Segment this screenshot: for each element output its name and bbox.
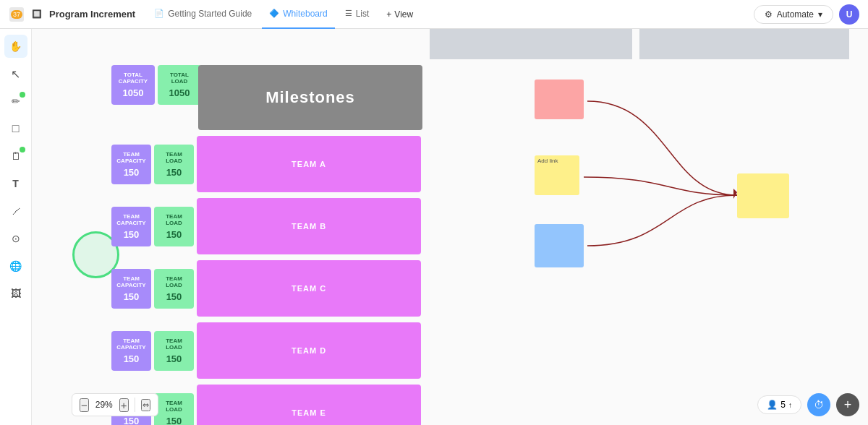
- team-d-load-value: 150: [166, 353, 182, 364]
- team-a-cap-label: TeamCapacity: [116, 151, 145, 164]
- sticky-blue[interactable]: [535, 224, 584, 267]
- team-a-cell: TEAM A: [197, 136, 421, 192]
- automate-button[interactable]: ⚙ Automate ▾: [754, 5, 833, 24]
- badge: 37: [11, 10, 22, 19]
- avatar[interactable]: U: [839, 4, 859, 25]
- team-e-load-label: Team Load: [157, 400, 191, 413]
- team-a-cap-value: 150: [124, 167, 140, 178]
- team-d-cap-label: TeamCapacity: [116, 338, 145, 351]
- zoom-bar: − 29% + ⇔: [72, 393, 158, 416]
- sticky-yellow-small[interactable]: Add link: [535, 155, 579, 195]
- rectangle-tool[interactable]: □: [4, 117, 27, 140]
- zoom-level: 29%: [93, 400, 115, 410]
- main-area: ✋ ↖ ✏ □ 🗒 T ⟋ ⊙ 🌐 🖼 TOTALCAPACITY 1050: [0, 29, 868, 425]
- note-dot: [20, 147, 25, 153]
- total-load-value: 1050: [169, 87, 190, 98]
- view-label: View: [394, 9, 413, 20]
- doc-icon: 📄: [154, 9, 164, 18]
- top-navigation: 37 🔲 Program Increment 📄 Getting Started…: [0, 0, 868, 29]
- team-d-row: TeamCapacity 150 Team Load 150 TEAM D: [111, 322, 421, 379]
- team-b-label: TEAM B: [292, 222, 326, 231]
- team-c-cell: TEAM C: [197, 260, 421, 317]
- team-b-row: TeamCapacity 150 Team Load 150 TEAM B: [111, 198, 421, 254]
- select-tool[interactable]: ↖: [4, 62, 27, 85]
- connect-tool[interactable]: ⊙: [4, 227, 27, 250]
- sticky-pink[interactable]: [535, 80, 584, 119]
- total-load-label: TOTALLOAD: [170, 72, 189, 85]
- text-tool[interactable]: T: [4, 172, 27, 195]
- team-a-load-label: Team Load: [157, 151, 191, 164]
- team-e-cap-value: 150: [124, 416, 140, 426]
- whiteboard-icon: 🔷: [269, 9, 279, 18]
- fit-button[interactable]: ⇔: [141, 399, 150, 411]
- nav-right: ⚙ Automate ▾ U: [754, 4, 859, 25]
- total-load-box: TOTALLOAD 1050: [158, 65, 201, 105]
- collab-up-icon: ↑: [788, 401, 792, 409]
- team-d-cell: TEAM D: [197, 322, 421, 379]
- tab-getting-started-label: Getting Started Guide: [168, 9, 252, 19]
- zoom-out-button[interactable]: −: [80, 398, 89, 412]
- gray-bar-left: [430, 29, 632, 59]
- team-a-label: TEAM A: [292, 160, 326, 168]
- hand-tool[interactable]: ✋: [4, 35, 27, 58]
- bottom-right-controls: 👤 5 ↑ ⏱ +: [757, 393, 859, 416]
- nav-left: 37 🔲 Program Increment: [9, 7, 135, 22]
- tab-bar: 📄 Getting Started Guide 🔷 Whiteboard ☰ L…: [147, 0, 741, 29]
- team-b-load-label: Team Load: [157, 213, 191, 226]
- total-capacity-row: TOTALCAPACITY 1050 TOTALLOAD 1050: [111, 65, 201, 105]
- image-tool[interactable]: 🖼: [4, 282, 27, 305]
- team-b-capacity-box: TeamCapacity 150: [111, 207, 151, 246]
- zoom-in-button[interactable]: +: [119, 398, 129, 412]
- gray-bar-right: [639, 29, 849, 59]
- team-c-capacity-box: TeamCapacity 150: [111, 269, 151, 309]
- note-tool[interactable]: 🗒: [4, 145, 27, 168]
- team-a-load-value: 150: [166, 167, 182, 178]
- total-capacity-box: TOTALCAPACITY 1050: [111, 65, 155, 105]
- team-b-cap-label: TeamCapacity: [116, 213, 145, 226]
- tab-whiteboard-label: Whiteboard: [283, 9, 327, 19]
- globe-tool[interactable]: 🌐: [4, 254, 27, 278]
- timer-button[interactable]: ⏱: [807, 393, 830, 416]
- tab-list[interactable]: ☰ List: [338, 0, 377, 29]
- team-c-cap-value: 150: [124, 291, 140, 302]
- chevron-down-icon: ▾: [818, 9, 822, 20]
- team-a-capacity-box: TeamCapacity 150: [111, 145, 151, 184]
- team-e-label: TEAM E: [292, 408, 326, 417]
- plus-icon: +: [386, 9, 391, 20]
- app-menu-button[interactable]: 37: [9, 7, 25, 22]
- canvas-area: TOTALCAPACITY 1050 TOTALLOAD 1050 Milest…: [32, 29, 868, 425]
- team-c-cap-label: TeamCapacity: [116, 275, 145, 288]
- team-b-load-value: 150: [166, 229, 182, 240]
- zoom-divider: [135, 398, 135, 412]
- automate-label: Automate: [777, 9, 814, 20]
- tab-getting-started[interactable]: 📄 Getting Started Guide: [147, 0, 259, 29]
- sticky-yellow-large[interactable]: [737, 173, 789, 218]
- team-d-cap-value: 150: [124, 353, 140, 364]
- page-title: Program Increment: [49, 9, 135, 20]
- pen-dot: [20, 92, 25, 98]
- team-e-load-value: 150: [166, 416, 182, 426]
- line-tool[interactable]: ⟋: [4, 199, 27, 223]
- team-b-load-box: Team Load 150: [154, 207, 194, 246]
- connector-diagram: Add link: [466, 69, 864, 358]
- team-e-cell: TEAM E: [197, 385, 421, 425]
- app-icon: 37: [9, 7, 24, 22]
- team-a-row: TeamCapacity 150 Team Load 150 TEAM A: [111, 136, 421, 192]
- collab-count: 5: [780, 400, 786, 410]
- team-c-load-box: Team Load 150: [154, 269, 194, 309]
- tab-whiteboard[interactable]: 🔷 Whiteboard: [262, 0, 334, 29]
- pen-tool[interactable]: ✏: [4, 90, 27, 113]
- collaborators-button[interactable]: 👤 5 ↑: [757, 395, 801, 414]
- view-button[interactable]: + View: [379, 7, 420, 22]
- team-c-label: TEAM C: [292, 284, 326, 293]
- tab-list-label: List: [356, 9, 370, 19]
- team-e-load-box: Team Load 150: [154, 393, 194, 426]
- add-button[interactable]: +: [836, 393, 859, 416]
- team-b-cap-value: 150: [124, 229, 140, 240]
- team-b-cell: TEAM B: [197, 198, 421, 254]
- tool-sidebar: ✋ ↖ ✏ □ 🗒 T ⟋ ⊙ 🌐 🖼: [0, 29, 32, 425]
- collab-icon: 👤: [767, 400, 778, 410]
- list-icon: ☰: [345, 9, 352, 18]
- automate-icon: ⚙: [765, 9, 773, 20]
- team-a-load-box: Team Load 150: [154, 145, 194, 184]
